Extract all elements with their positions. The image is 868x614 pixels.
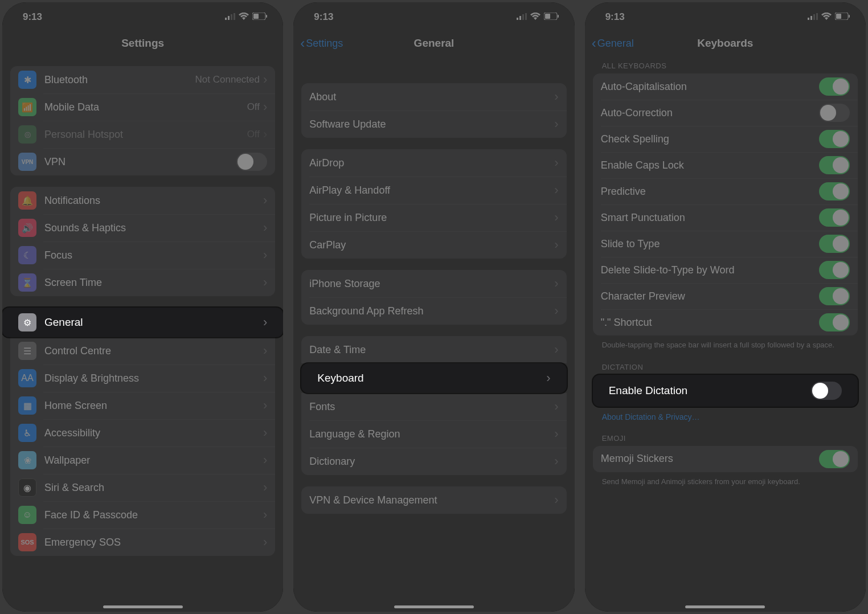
text-icon: AA — [18, 369, 36, 387]
row-wallpaper[interactable]: ❀ Wallpaper › — [10, 447, 275, 474]
row-vpn-device-management[interactable]: VPN & Device Management › — [301, 486, 566, 514]
bell-icon: 🔔 — [18, 191, 36, 210]
row-accessibility[interactable]: ♿︎ Accessibility › — [10, 419, 275, 447]
row-dictionary[interactable]: Dictionary › — [301, 448, 566, 475]
row-language-region[interactable]: Language & Region › — [301, 420, 566, 448]
svg-rect-14 — [808, 18, 809, 20]
row--shortcut[interactable]: "." Shortcut — [593, 309, 858, 335]
row-keyboard-highlight[interactable]: Keyboard › — [301, 363, 566, 393]
row-carplay[interactable]: CarPlay › — [301, 231, 566, 259]
home-indicator[interactable] — [103, 605, 183, 608]
general-content[interactable]: About › Software Update › AirDrop › AirP… — [293, 55, 574, 612]
back-button[interactable]: ‹ General — [592, 36, 634, 50]
section-header: DICTATION — [593, 350, 858, 375]
siri-icon: ◉ — [18, 478, 36, 497]
status-icons — [225, 11, 267, 23]
svg-rect-7 — [517, 18, 518, 20]
chevron-right-icon: › — [554, 118, 558, 130]
row-label: Slide to Type — [601, 238, 819, 250]
row-enable-caps-lock[interactable]: Enable Caps Lock — [593, 152, 858, 178]
row-mobile-data[interactable]: 📶 Mobile Data Off› — [10, 93, 275, 121]
row-slide-to-type[interactable]: Slide to Type — [593, 231, 858, 257]
gear-icon: ⚙ — [18, 313, 36, 331]
signal-icon — [517, 11, 527, 23]
toggle-character-preview[interactable] — [819, 287, 850, 305]
row-enable-dictation-highlight[interactable]: Enable Dictation — [593, 375, 858, 407]
row-background-app-refresh[interactable]: Background App Refresh › — [301, 297, 566, 325]
toggle-enable-dictation[interactable] — [811, 382, 842, 400]
toggle-enable-caps-lock[interactable] — [819, 156, 850, 174]
chevron-right-icon: › — [554, 91, 558, 103]
row-siri-search[interactable]: ◉ Siri & Search › — [10, 474, 275, 501]
row-date-time[interactable]: Date & Time › — [301, 336, 566, 363]
row-label: Home Screen — [44, 400, 263, 412]
toggle-vpn[interactable] — [236, 153, 267, 171]
row-label: Wallpaper — [44, 455, 263, 466]
row-notifications[interactable]: 🔔 Notifications › — [10, 187, 275, 214]
wifi-icon — [821, 11, 832, 23]
toggle-predictive[interactable] — [819, 182, 850, 200]
row-face-id-passcode[interactable]: ☺︎ Face ID & Passcode › — [10, 501, 275, 529]
chevron-right-icon: › — [263, 316, 267, 329]
row-smart-punctuation[interactable]: Smart Punctuation — [593, 204, 858, 231]
home-indicator[interactable] — [394, 605, 474, 608]
chevron-right-icon: › — [263, 345, 267, 357]
row-label: About — [309, 91, 554, 103]
toggle-auto-capitalisation[interactable] — [819, 77, 850, 96]
row-auto-capitalisation[interactable]: Auto-Capitalisation — [593, 73, 858, 100]
row-predictive[interactable]: Predictive — [593, 178, 858, 204]
row-auto-correction[interactable]: Auto-Correction — [593, 100, 858, 126]
toggle-slide-to-type[interactable] — [819, 235, 850, 253]
toggle-auto-correction[interactable] — [819, 104, 850, 122]
row-software-update[interactable]: Software Update › — [301, 110, 566, 138]
row-home-screen[interactable]: ▦ Home Screen › — [10, 392, 275, 419]
keyboards-content[interactable]: ALL KEYBOARDS Auto-Capitalisation Auto-C… — [585, 55, 866, 612]
svg-rect-0 — [225, 18, 227, 20]
home-indicator[interactable] — [685, 605, 765, 608]
row-emergency-sos[interactable]: SOS Emergency SOS › — [10, 529, 275, 556]
row-general-highlight[interactable]: ⚙ General › — [2, 308, 283, 337]
row-vpn[interactable]: VPN VPN — [10, 148, 275, 175]
toggle-memoji-stickers[interactable] — [819, 450, 850, 468]
row-label: Auto-Capitalisation — [601, 81, 819, 93]
svg-rect-1 — [228, 16, 230, 20]
row-display-brightness[interactable]: AA Display & Brightness › — [10, 365, 275, 392]
row-fonts[interactable]: Fonts › — [301, 393, 566, 420]
chevron-right-icon: › — [263, 222, 267, 234]
toggle-delete-slide-to-type-by-word[interactable] — [819, 261, 850, 279]
row-about[interactable]: About › — [301, 83, 566, 110]
row-airdrop[interactable]: AirDrop › — [301, 149, 566, 177]
row-check-spelling[interactable]: Check Spelling — [593, 126, 858, 152]
back-button[interactable]: ‹ Settings — [300, 36, 343, 50]
row-control-centre[interactable]: ☰ Control Centre › — [10, 337, 275, 365]
privacy-link[interactable]: About Dictation & Privacy… — [593, 407, 858, 421]
row-focus[interactable]: ☾ Focus › — [10, 241, 275, 269]
row-screen-time[interactable]: ⌛ Screen Time › — [10, 269, 275, 296]
svg-rect-8 — [519, 16, 521, 20]
settings-content[interactable]: ✱ Bluetooth Not Connected› 📶 Mobile Data… — [2, 55, 283, 612]
row-picture-in-picture[interactable]: Picture in Picture › — [301, 204, 566, 231]
row-iphone-storage[interactable]: iPhone Storage › — [301, 270, 566, 297]
row-label: AirDrop — [309, 157, 554, 169]
chevron-right-icon: › — [554, 428, 558, 440]
section-header: ALL KEYBOARDS — [593, 55, 858, 73]
toggle-check-spelling[interactable] — [819, 130, 850, 148]
row-sounds-haptics[interactable]: 🔊 Sounds & Haptics › — [10, 214, 275, 241]
toggle-smart-punctuation[interactable] — [819, 208, 850, 227]
section-header: EMOJI — [593, 421, 858, 446]
row-airplay-handoff[interactable]: AirPlay & Handoff › — [301, 177, 566, 204]
row-character-preview[interactable]: Character Preview — [593, 283, 858, 309]
toggle--shortcut[interactable] — [819, 313, 850, 331]
chevron-right-icon: › — [263, 427, 267, 439]
row-bluetooth[interactable]: ✱ Bluetooth Not Connected› — [10, 66, 275, 93]
row-memoji-stickers[interactable]: Memoji Stickers — [593, 446, 858, 472]
phone-general: 9:13 ‹ Settings General About › Software… — [293, 2, 574, 612]
status-bar: 9:13 — [293, 2, 574, 32]
moon-icon: ☾ — [18, 246, 36, 264]
status-bar: 9:13 — [585, 2, 866, 32]
row-label: Check Spelling — [601, 133, 819, 145]
row-delete-slide-to-type-by-word[interactable]: Delete Slide-to-Type by Word — [593, 257, 858, 283]
switches-icon: ☰ — [18, 342, 36, 360]
page-title: General — [414, 37, 455, 50]
row-personal-hotspot[interactable]: ⊚ Personal Hotspot Off› — [10, 121, 275, 148]
